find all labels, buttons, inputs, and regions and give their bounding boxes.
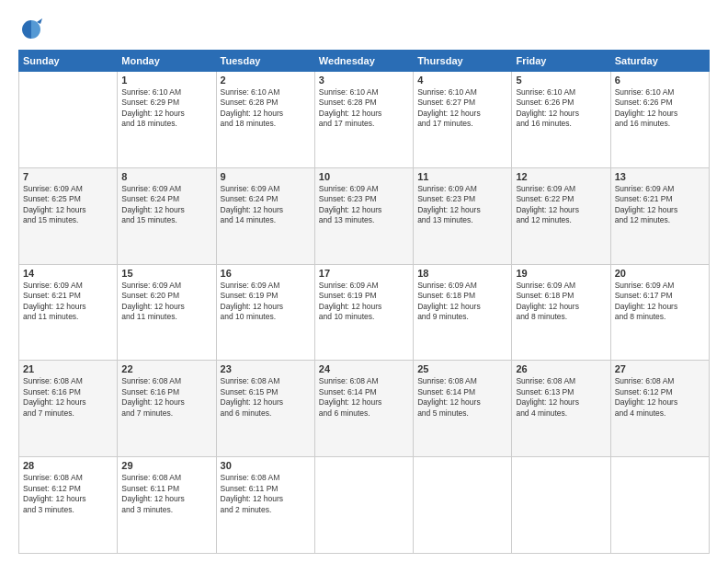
calendar-week-row: 28Sunrise: 6:08 AMSunset: 6:12 PMDayligh… bbox=[19, 457, 710, 554]
day-number: 5 bbox=[516, 75, 606, 86]
logo-icon bbox=[18, 17, 44, 42]
calendar-table: SundayMondayTuesdayWednesdayThursdayFrid… bbox=[18, 50, 710, 554]
day-info: Sunrise: 6:10 AMSunset: 6:28 PMDaylight:… bbox=[221, 87, 311, 130]
calendar-cell: 2Sunrise: 6:10 AMSunset: 6:28 PMDaylight… bbox=[216, 72, 314, 168]
calendar-cell: 29Sunrise: 6:08 AMSunset: 6:11 PMDayligh… bbox=[118, 457, 216, 554]
calendar-cell bbox=[19, 72, 118, 168]
day-number: 30 bbox=[221, 460, 311, 471]
calendar-weekday-monday: Monday bbox=[118, 51, 216, 72]
day-number: 25 bbox=[417, 363, 507, 374]
calendar-cell: 25Sunrise: 6:08 AMSunset: 6:14 PMDayligh… bbox=[414, 361, 512, 457]
calendar-cell: 9Sunrise: 6:09 AMSunset: 6:24 PMDaylight… bbox=[216, 167, 314, 264]
day-info: Sunrise: 6:08 AMSunset: 6:16 PMDaylight:… bbox=[23, 376, 113, 419]
calendar-cell: 7Sunrise: 6:09 AMSunset: 6:25 PMDaylight… bbox=[19, 167, 118, 264]
calendar-cell bbox=[610, 457, 709, 554]
day-info: Sunrise: 6:09 AMSunset: 6:24 PMDaylight:… bbox=[221, 184, 311, 226]
day-number: 26 bbox=[516, 363, 606, 374]
day-info: Sunrise: 6:08 AMSunset: 6:13 PMDaylight:… bbox=[516, 376, 606, 419]
day-number: 27 bbox=[615, 363, 705, 374]
day-info: Sunrise: 6:09 AMSunset: 6:24 PMDaylight:… bbox=[121, 184, 211, 226]
day-info: Sunrise: 6:10 AMSunset: 6:29 PMDaylight:… bbox=[121, 87, 211, 130]
day-number: 11 bbox=[417, 171, 507, 182]
day-info: Sunrise: 6:08 AMSunset: 6:12 PMDaylight:… bbox=[23, 473, 113, 515]
day-number: 2 bbox=[221, 75, 311, 86]
calendar-cell: 30Sunrise: 6:08 AMSunset: 6:11 PMDayligh… bbox=[216, 457, 314, 554]
day-number: 1 bbox=[121, 75, 211, 86]
day-number: 10 bbox=[319, 171, 409, 182]
day-number: 7 bbox=[23, 171, 113, 182]
calendar-cell: 28Sunrise: 6:08 AMSunset: 6:12 PMDayligh… bbox=[19, 457, 118, 554]
calendar-cell bbox=[314, 457, 413, 554]
day-number: 9 bbox=[221, 171, 311, 182]
day-number: 20 bbox=[615, 268, 705, 279]
day-info: Sunrise: 6:09 AMSunset: 6:23 PMDaylight:… bbox=[319, 184, 409, 226]
calendar-cell: 3Sunrise: 6:10 AMSunset: 6:28 PMDaylight… bbox=[314, 72, 413, 168]
calendar-cell: 26Sunrise: 6:08 AMSunset: 6:13 PMDayligh… bbox=[512, 361, 610, 457]
day-info: Sunrise: 6:09 AMSunset: 6:20 PMDaylight:… bbox=[121, 281, 211, 323]
day-info: Sunrise: 6:08 AMSunset: 6:14 PMDaylight:… bbox=[417, 376, 507, 419]
day-info: Sunrise: 6:09 AMSunset: 6:18 PMDaylight:… bbox=[417, 281, 507, 323]
calendar-weekday-friday: Friday bbox=[512, 51, 610, 72]
day-info: Sunrise: 6:09 AMSunset: 6:19 PMDaylight:… bbox=[221, 281, 311, 323]
day-info: Sunrise: 6:09 AMSunset: 6:25 PMDaylight:… bbox=[23, 184, 113, 226]
calendar-cell: 15Sunrise: 6:09 AMSunset: 6:20 PMDayligh… bbox=[118, 264, 216, 361]
calendar-weekday-saturday: Saturday bbox=[610, 51, 709, 72]
day-info: Sunrise: 6:10 AMSunset: 6:28 PMDaylight:… bbox=[319, 87, 409, 130]
calendar-cell: 11Sunrise: 6:09 AMSunset: 6:23 PMDayligh… bbox=[414, 167, 512, 264]
day-number: 18 bbox=[417, 268, 507, 279]
calendar-cell: 10Sunrise: 6:09 AMSunset: 6:23 PMDayligh… bbox=[314, 167, 413, 264]
calendar-weekday-tuesday: Tuesday bbox=[216, 51, 314, 72]
day-info: Sunrise: 6:09 AMSunset: 6:22 PMDaylight:… bbox=[516, 184, 606, 226]
calendar-header-row: SundayMondayTuesdayWednesdayThursdayFrid… bbox=[19, 51, 710, 72]
day-number: 6 bbox=[615, 75, 705, 86]
day-info: Sunrise: 6:09 AMSunset: 6:17 PMDaylight:… bbox=[615, 281, 705, 323]
calendar-cell: 27Sunrise: 6:08 AMSunset: 6:12 PMDayligh… bbox=[610, 361, 709, 457]
calendar-cell: 20Sunrise: 6:09 AMSunset: 6:17 PMDayligh… bbox=[610, 264, 709, 361]
calendar-cell bbox=[512, 457, 610, 554]
day-number: 24 bbox=[319, 363, 409, 374]
day-info: Sunrise: 6:09 AMSunset: 6:21 PMDaylight:… bbox=[23, 281, 113, 323]
day-number: 22 bbox=[121, 363, 211, 374]
day-number: 17 bbox=[319, 268, 409, 279]
day-info: Sunrise: 6:08 AMSunset: 6:15 PMDaylight:… bbox=[221, 376, 311, 419]
day-info: Sunrise: 6:08 AMSunset: 6:16 PMDaylight:… bbox=[121, 376, 211, 419]
calendar-cell: 6Sunrise: 6:10 AMSunset: 6:26 PMDaylight… bbox=[610, 72, 709, 168]
day-number: 15 bbox=[121, 268, 211, 279]
day-info: Sunrise: 6:08 AMSunset: 6:14 PMDaylight:… bbox=[319, 376, 409, 419]
day-number: 23 bbox=[221, 363, 311, 374]
day-info: Sunrise: 6:09 AMSunset: 6:18 PMDaylight:… bbox=[516, 281, 606, 323]
day-info: Sunrise: 6:09 AMSunset: 6:19 PMDaylight:… bbox=[319, 281, 409, 323]
day-number: 28 bbox=[23, 460, 113, 471]
calendar-cell: 24Sunrise: 6:08 AMSunset: 6:14 PMDayligh… bbox=[314, 361, 413, 457]
day-number: 14 bbox=[23, 268, 113, 279]
day-number: 8 bbox=[121, 171, 211, 182]
calendar-cell: 22Sunrise: 6:08 AMSunset: 6:16 PMDayligh… bbox=[118, 361, 216, 457]
calendar-weekday-wednesday: Wednesday bbox=[314, 51, 413, 72]
calendar-cell: 4Sunrise: 6:10 AMSunset: 6:27 PMDaylight… bbox=[414, 72, 512, 168]
calendar-cell: 19Sunrise: 6:09 AMSunset: 6:18 PMDayligh… bbox=[512, 264, 610, 361]
day-info: Sunrise: 6:10 AMSunset: 6:26 PMDaylight:… bbox=[516, 87, 606, 130]
day-info: Sunrise: 6:09 AMSunset: 6:23 PMDaylight:… bbox=[417, 184, 507, 226]
calendar-cell: 5Sunrise: 6:10 AMSunset: 6:26 PMDaylight… bbox=[512, 72, 610, 168]
day-info: Sunrise: 6:08 AMSunset: 6:11 PMDaylight:… bbox=[121, 473, 211, 515]
calendar-cell: 13Sunrise: 6:09 AMSunset: 6:21 PMDayligh… bbox=[610, 167, 709, 264]
day-number: 19 bbox=[516, 268, 606, 279]
calendar-cell: 16Sunrise: 6:09 AMSunset: 6:19 PMDayligh… bbox=[216, 264, 314, 361]
calendar-cell: 17Sunrise: 6:09 AMSunset: 6:19 PMDayligh… bbox=[314, 264, 413, 361]
calendar-cell: 23Sunrise: 6:08 AMSunset: 6:15 PMDayligh… bbox=[216, 361, 314, 457]
logo bbox=[18, 17, 48, 42]
header bbox=[18, 17, 710, 42]
calendar-weekday-sunday: Sunday bbox=[19, 51, 118, 72]
day-number: 3 bbox=[319, 75, 409, 86]
calendar-cell: 1Sunrise: 6:10 AMSunset: 6:29 PMDaylight… bbox=[118, 72, 216, 168]
day-info: Sunrise: 6:09 AMSunset: 6:21 PMDaylight:… bbox=[615, 184, 705, 226]
calendar-week-row: 7Sunrise: 6:09 AMSunset: 6:25 PMDaylight… bbox=[19, 167, 710, 264]
calendar-week-row: 14Sunrise: 6:09 AMSunset: 6:21 PMDayligh… bbox=[19, 264, 710, 361]
calendar-weekday-thursday: Thursday bbox=[414, 51, 512, 72]
calendar-week-row: 21Sunrise: 6:08 AMSunset: 6:16 PMDayligh… bbox=[19, 361, 710, 457]
day-info: Sunrise: 6:08 AMSunset: 6:12 PMDaylight:… bbox=[615, 376, 705, 419]
page: SundayMondayTuesdayWednesdayThursdayFrid… bbox=[0, 0, 728, 563]
day-number: 16 bbox=[221, 268, 311, 279]
calendar-cell: 21Sunrise: 6:08 AMSunset: 6:16 PMDayligh… bbox=[19, 361, 118, 457]
day-number: 29 bbox=[121, 460, 211, 471]
